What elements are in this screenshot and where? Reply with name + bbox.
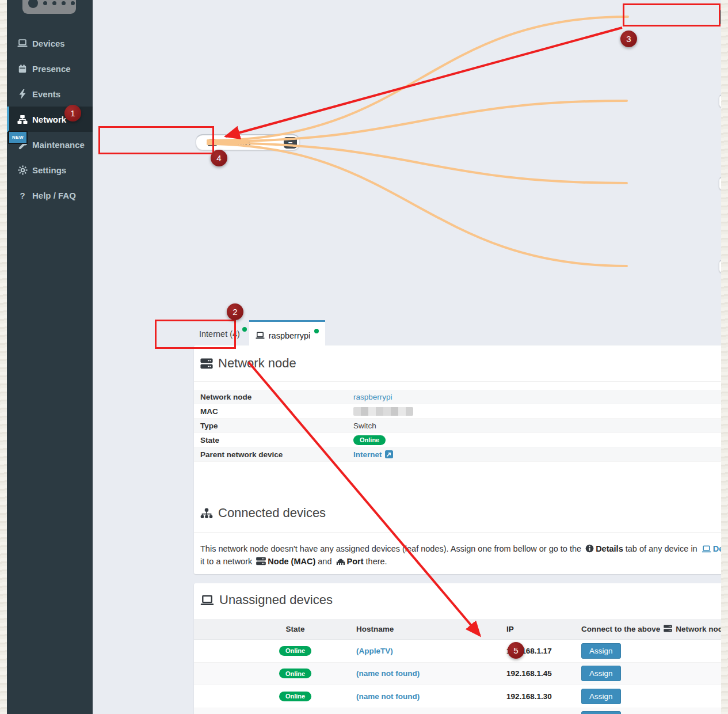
details-label: Details	[596, 544, 623, 553]
redacted-mac-value	[353, 407, 413, 416]
port-label: Port	[347, 557, 364, 566]
tab-label: Internet (4)	[199, 329, 240, 339]
calendar-icon	[17, 63, 28, 74]
sidebar: Devices Presence Events Network	[7, 0, 93, 714]
collapse-node-button[interactable]: −	[284, 137, 297, 149]
tab-internet[interactable]: Internet (4)	[199, 321, 247, 347]
sidebar-item-events[interactable]: Events	[7, 81, 93, 107]
sidebar-item-label: Settings	[32, 165, 66, 175]
row-label: Network node	[194, 393, 353, 401]
external-link-icon[interactable]	[385, 450, 393, 458]
online-dot	[242, 327, 247, 332]
sidebar-item-label: Help / FAQ	[32, 191, 76, 200]
connected-devices-heading: Connected devices	[200, 506, 326, 521]
network-node-panel: Network node Network node raspberrypi MA…	[194, 345, 728, 574]
panel-title: Network node	[218, 356, 296, 371]
sidebar-item-devices[interactable]: Devices	[7, 31, 93, 56]
assign-button[interactable]: Assign	[581, 711, 621, 714]
row-label: State	[194, 436, 353, 445]
laptop-icon	[17, 38, 28, 48]
assign-button[interactable]: Assign	[581, 689, 621, 704]
table-header-row: State Hostname IP Connect to the above N…	[194, 619, 728, 640]
table-row: Parent network device Internet	[194, 447, 728, 462]
sidebar-item-help[interactable]: ? Help / FAQ	[7, 183, 93, 208]
row-label: MAC	[194, 407, 353, 416]
sidebar-item-label: Devices	[32, 39, 65, 48]
info-circle-icon	[585, 544, 594, 556]
row-label: Type	[194, 421, 353, 430]
table-row: Online (name not found) 192.168.1.45 Ass…	[194, 663, 728, 686]
ip-value: 192.168.1.45	[506, 669, 581, 678]
help-text: there.	[364, 557, 387, 566]
logo-dot	[71, 1, 75, 5]
row-value: Switch	[353, 421, 728, 430]
gear-icon	[17, 165, 28, 175]
sidebar-item-label: Maintenance	[32, 140, 85, 150]
node-name-link[interactable]: raspberrypi	[353, 393, 392, 401]
help-text: and	[315, 557, 334, 566]
assign-button[interactable]: Assign	[581, 643, 621, 659]
sidebar-item-label: Network	[32, 115, 66, 124]
app-logo	[22, 0, 76, 14]
sidebar-item-network[interactable]: Network	[7, 107, 93, 132]
table-row: Online (AppleTV) 192.168.1.17 Assign	[194, 640, 728, 663]
table-row: Online (name not found) 192.168.1.30 Ass…	[194, 685, 728, 708]
status-badge: Online	[353, 435, 386, 445]
topology-node-internet[interactable]: Internet −	[196, 134, 300, 150]
help-text: This network node doesn't have any assig…	[200, 544, 584, 553]
divider	[194, 532, 728, 533]
ip-header: IP	[506, 625, 581, 633]
assign-button[interactable]: Assign	[581, 666, 621, 681]
sidebar-item-label: Presence	[32, 64, 71, 74]
connect-header-text: Network node	[676, 625, 727, 633]
node-info-table: Network node raspberrypi MAC Type Switch…	[194, 390, 728, 462]
logo-dot	[62, 1, 66, 5]
unassigned-devices-heading: Unassigned devices	[200, 593, 333, 607]
hostname-link[interactable]: (name not found)	[356, 692, 420, 701]
connect-header-text: Connect to the above	[581, 625, 660, 633]
table-row: Network node raspberrypi	[194, 390, 728, 404]
hostname-link[interactable]: (name not found)	[356, 669, 420, 678]
topology-edges	[93, 0, 721, 311]
tab-label: raspberrypi	[269, 331, 311, 340]
logo-dot	[52, 1, 56, 5]
app-window: Devices Presence Events Network	[0, 0, 728, 714]
help-text: tab of any device in	[623, 544, 700, 553]
question-icon: ?	[17, 190, 28, 200]
table-row: Type Switch	[194, 419, 728, 433]
state-header: State	[194, 625, 356, 633]
row-label: Parent network device	[194, 450, 353, 459]
desktop-texture-left	[0, 0, 7, 714]
laptop-icon	[702, 544, 711, 556]
hostname-link[interactable]: (AppleTV)	[356, 647, 393, 655]
server-icon	[200, 358, 213, 369]
sidebar-item-settings[interactable]: Settings	[7, 157, 93, 183]
node-label: Internet	[225, 139, 250, 147]
sidebar-item-presence[interactable]: Presence	[7, 56, 93, 81]
node-mac-label: Node (MAC)	[268, 557, 315, 566]
panel-title: Unassigned devices	[219, 593, 333, 607]
network-icon	[17, 114, 28, 124]
bolt-icon	[17, 89, 28, 99]
hostname-header: Hostname	[356, 625, 506, 633]
online-dot	[314, 329, 319, 333]
ip-value: 192.168.1.17	[506, 647, 581, 655]
tab-raspberrypi[interactable]: raspberrypi	[249, 320, 325, 349]
panel-title: Connected devices	[218, 506, 326, 521]
sitemap-icon	[200, 508, 213, 519]
network-node-heading: Network node	[200, 356, 296, 371]
assign-help-text: This network node doesn't have any assig…	[200, 543, 728, 568]
status-badge: Online	[279, 692, 311, 701]
logo-dot	[43, 1, 47, 5]
divider	[194, 381, 728, 382]
connect-header: Connect to the above Network node	[581, 625, 728, 634]
new-badge: NEW	[8, 131, 28, 144]
table-row: State Online	[194, 433, 728, 447]
table-row: MAC	[194, 404, 728, 419]
sidebar-item-label: Events	[32, 89, 60, 99]
table-row: Online (name not found) 192.168.1.57 Ass…	[194, 708, 728, 714]
server-icon	[256, 557, 266, 568]
laptop-icon	[208, 139, 217, 146]
parent-device-link[interactable]: Internet	[353, 450, 382, 459]
status-badge: Online	[279, 646, 311, 656]
